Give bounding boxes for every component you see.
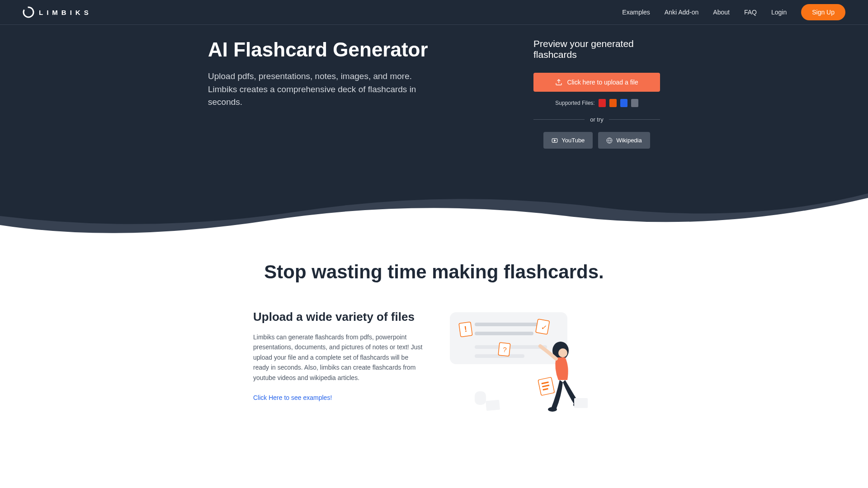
img-icon xyxy=(631,99,638,107)
doc-icon xyxy=(620,99,627,107)
svg-point-18 xyxy=(558,348,567,357)
nav-examples[interactable]: Examples xyxy=(622,9,650,16)
brand-name: LIMBIKS xyxy=(39,9,92,16)
wikipedia-icon xyxy=(606,137,613,144)
signup-button[interactable]: Sign Up xyxy=(801,4,845,20)
nav-faq[interactable]: FAQ xyxy=(744,9,757,16)
wave-divider xyxy=(0,184,868,252)
svg-rect-25 xyxy=(486,400,500,411)
nav: Examples Anki Add-on About FAQ Login Sig… xyxy=(622,4,845,20)
feature-illustration: ! ✓ ? xyxy=(448,310,610,414)
or-try-label: or try xyxy=(590,116,604,123)
wikipedia-button[interactable]: Wikipedia xyxy=(598,132,650,149)
upload-button[interactable]: Click here to upload a file xyxy=(533,73,660,92)
youtube-button[interactable]: YouTube xyxy=(543,132,593,149)
hero-subtitle: Upload pdfs, presentations, notes, image… xyxy=(208,70,443,109)
supported-label: Supported Files: xyxy=(555,100,594,106)
svg-marker-4 xyxy=(554,140,556,141)
hero-title: AI Flashcard Generator xyxy=(208,38,443,61)
section-2: Stop wasting time making flashcards. Upl… xyxy=(0,252,868,441)
ppt-icon xyxy=(609,99,617,107)
divider: or try xyxy=(533,116,660,123)
feature-title: Upload a wide variety of files xyxy=(253,310,425,324)
svg-rect-8 xyxy=(475,332,533,335)
nav-anki[interactable]: Anki Add-on xyxy=(665,9,699,16)
section2-headline: Stop wasting time making flashcards. xyxy=(23,261,845,283)
youtube-icon xyxy=(552,137,558,144)
upload-label: Click here to upload a file xyxy=(567,79,638,86)
feature-desc: Limbiks can generate flashcards from pdf… xyxy=(253,332,425,383)
examples-link[interactable]: Click Here to see examples! xyxy=(253,394,332,401)
svg-rect-26 xyxy=(574,398,588,408)
svg-rect-7 xyxy=(475,323,547,326)
youtube-label: YouTube xyxy=(561,137,585,144)
wikipedia-label: Wikipedia xyxy=(616,137,642,144)
nav-login[interactable]: Login xyxy=(771,9,787,16)
upload-icon xyxy=(555,79,562,86)
hero-section: AI Flashcard Generator Upload pdfs, pres… xyxy=(0,25,868,185)
svg-rect-9 xyxy=(475,345,547,349)
svg-text:?: ? xyxy=(503,346,507,354)
supported-files: Supported Files: xyxy=(533,99,660,107)
logo-icon xyxy=(23,6,34,18)
logo[interactable]: LIMBIKS xyxy=(23,6,92,18)
svg-rect-27 xyxy=(475,391,486,405)
nav-about[interactable]: About xyxy=(713,9,730,16)
pdf-icon xyxy=(599,99,606,107)
preview-title: Preview your generated flashcards xyxy=(533,38,660,60)
header: LIMBIKS Examples Anki Add-on About FAQ L… xyxy=(0,0,868,25)
svg-point-23 xyxy=(548,407,557,412)
